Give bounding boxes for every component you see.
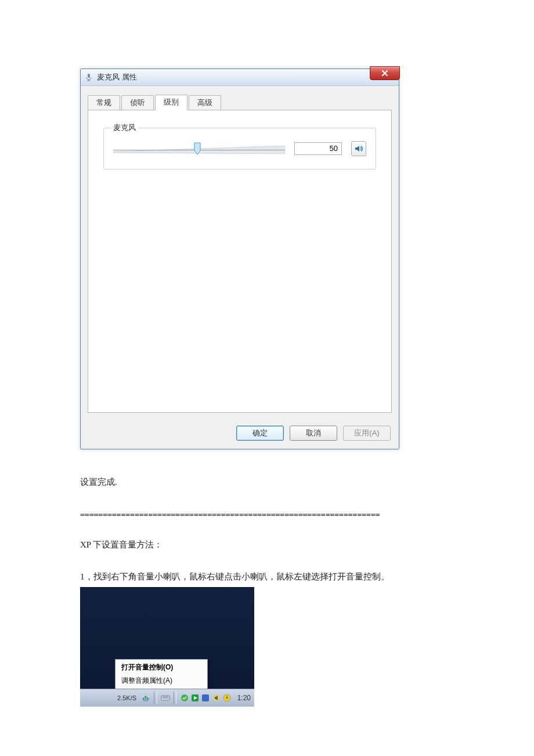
menu-adjust-audio-properties[interactable]: 调整音频属性(A)	[116, 674, 207, 687]
volume-context-menu: 打开音量控制(O) 调整音频属性(A)	[115, 659, 208, 689]
slider-thumb-icon[interactable]	[194, 142, 201, 155]
tab-general[interactable]: 常规	[88, 95, 120, 110]
text-xp-heading: XP 下设置音量方法：	[80, 539, 454, 550]
keyboard-icon[interactable]	[161, 693, 170, 703]
microphone-groupbox: 麦克风	[103, 128, 376, 170]
dialog-title: 麦克风 属性	[97, 72, 137, 82]
blue-tray-icon[interactable]	[201, 693, 210, 703]
tab-listen[interactable]: 侦听	[121, 95, 154, 110]
network-speed: 2.5K/S	[117, 694, 136, 701]
svg-rect-13	[202, 694, 209, 701]
groupbox-label: 麦克风	[111, 123, 138, 133]
tab-body: 麦克风	[88, 110, 392, 413]
microphone-level-value[interactable]: 50	[294, 142, 342, 155]
yellow-tray-icon[interactable]	[223, 693, 231, 703]
text-xp-step1: 1，找到右下角音量小喇叭，鼠标右键点击小喇叭，鼠标左键选择打开音量控制。	[80, 571, 454, 582]
green-tray-icon[interactable]	[180, 693, 188, 703]
play-tray-icon[interactable]	[191, 693, 199, 703]
text-setup-complete: 设置完成.	[80, 475, 454, 489]
taskbar-clock: 1:20	[237, 694, 251, 702]
xp-taskbar-screenshot: 打开音量控制(O) 调整音频属性(A) 2.5K/S	[80, 587, 254, 707]
cancel-button[interactable]: 取消	[290, 426, 337, 441]
tab-levels[interactable]: 级别	[155, 95, 187, 110]
ie-icon[interactable]	[141, 693, 150, 703]
titlebar[interactable]: 麦克风 属性	[81, 69, 399, 86]
microphone-level-slider[interactable]	[113, 143, 285, 154]
svg-marker-4	[355, 146, 359, 152]
tab-strip: 常规 侦听 级别 高级	[81, 86, 399, 110]
apply-button: 应用(A)	[343, 426, 391, 441]
divider-line: ========================================…	[80, 510, 454, 519]
close-button[interactable]	[370, 66, 400, 80]
dialog-button-row: 确定 取消 应用(A)	[81, 420, 399, 449]
mute-toggle-button[interactable]	[351, 141, 366, 156]
microphone-properties-dialog: 麦克风 属性 常规 侦听 级别 高级 麦克风	[80, 69, 399, 449]
xp-taskbar: 2.5K/S	[80, 689, 254, 707]
tray-divider	[174, 692, 177, 704]
svg-point-5	[142, 694, 149, 701]
tab-advanced[interactable]: 高级	[189, 95, 221, 110]
svg-rect-0	[88, 74, 90, 78]
system-tray: 2.5K/S	[117, 689, 254, 707]
microphone-icon	[84, 73, 93, 82]
tray-divider	[154, 692, 157, 704]
menu-open-volume-control[interactable]: 打开音量控制(O)	[116, 661, 207, 674]
volume-tray-icon[interactable]	[212, 693, 221, 703]
ok-button[interactable]: 确定	[236, 426, 284, 441]
